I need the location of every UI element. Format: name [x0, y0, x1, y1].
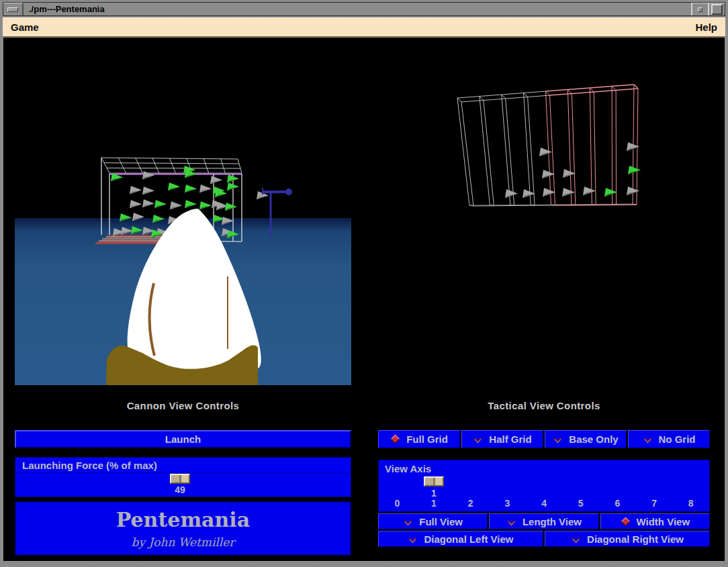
- branding-panel: Pentemania by John Wetmiller: [15, 501, 351, 556]
- radio-diagonal-left-view[interactable]: Diagonal Left View: [378, 531, 543, 547]
- radio-label: Base Only: [569, 433, 618, 445]
- radio-indicator-icon: [621, 517, 631, 527]
- radio-label: Width View: [637, 516, 690, 527]
- radio-indicator-icon: [643, 434, 653, 444]
- radio-diagonal-right-view[interactable]: Diagonal Right View: [545, 531, 710, 547]
- radio-label: Full View: [419, 516, 463, 527]
- view-axis-scale: 0 1 2 3 4 5 6 7 8: [379, 498, 709, 509]
- view-axis-label: View Axis: [379, 460, 709, 476]
- radio-indicator-icon: [390, 434, 400, 444]
- radio-label: Diagonal Left View: [424, 533, 513, 545]
- view-axis-value: 1: [419, 488, 449, 499]
- radio-indicator-icon: [408, 534, 418, 544]
- launch-force-panel: Launching Force (% of max) 49: [15, 457, 351, 497]
- cannon-section-title: Cannon View Controls: [15, 400, 351, 411]
- diagonal-view-radio-group: Diagonal Left View Diagonal Right View: [378, 531, 710, 547]
- menu-help[interactable]: Help: [695, 21, 717, 33]
- radio-indicator-icon: [403, 517, 413, 527]
- launch-force-slider-thumb[interactable]: [170, 474, 190, 484]
- main-content: Cannon View Controls Launch Launching Fo…: [3, 38, 725, 561]
- axis-tick: 4: [526, 498, 563, 509]
- minimize-icon: [698, 7, 702, 12]
- radio-base-only[interactable]: Base Only: [545, 430, 627, 448]
- radio-full-grid[interactable]: Full Grid: [378, 430, 460, 448]
- radio-full-view[interactable]: Full View: [378, 513, 488, 529]
- radio-label: Full Grid: [406, 433, 448, 445]
- axis-tick: 2: [452, 498, 489, 509]
- radio-half-grid[interactable]: Half Grid: [461, 430, 543, 448]
- axis-tick: 7: [636, 498, 673, 509]
- radio-length-view[interactable]: Length View: [489, 513, 598, 529]
- radio-label: Length View: [522, 516, 582, 527]
- radio-width-view[interactable]: Width View: [600, 513, 710, 529]
- menu-game[interactable]: Game: [11, 21, 39, 33]
- tactical-grid-slices: [457, 85, 638, 206]
- minimize-button[interactable]: [691, 3, 708, 15]
- window-title: ./pm---Pentemania: [24, 3, 691, 15]
- radio-label: Diagonal Right View: [587, 533, 684, 545]
- grid-mode-radio-group: Full Grid Half Grid Base Only No Grid: [378, 430, 710, 448]
- launch-force-label: Launching Force (% of max): [15, 458, 351, 473]
- window-menu-button[interactable]: [3, 3, 24, 15]
- axis-tick: 6: [599, 498, 636, 509]
- maximize-icon: [711, 4, 723, 15]
- cannon-viewport: [15, 40, 351, 385]
- window-menu-icon: [7, 7, 18, 12]
- axis-tick: 5: [562, 498, 599, 509]
- radio-label: No Grid: [659, 433, 696, 445]
- view-axis-panel: View Axis 1 0 1 2 3 4 5 6 7 8: [378, 460, 710, 512]
- launch-force-value: 49: [165, 484, 195, 495]
- tactical-markers: [505, 142, 641, 198]
- radio-indicator-icon: [506, 517, 516, 527]
- menu-bar: Game Help: [3, 17, 725, 37]
- tactical-viewport: [437, 77, 645, 211]
- maximize-button[interactable]: [708, 3, 725, 15]
- brand-title: Pentemania: [16, 508, 350, 531]
- tactical-section-title: Tactical View Controls: [378, 400, 710, 411]
- brand-byline: by John Wetmiller: [16, 535, 350, 549]
- radio-indicator-icon: [473, 434, 483, 444]
- view-mode-radio-group: Full View Length View Width View: [378, 513, 710, 529]
- radio-indicator-icon: [571, 534, 581, 544]
- axis-tick: 3: [489, 498, 526, 509]
- radio-no-grid[interactable]: No Grid: [628, 430, 710, 448]
- radio-indicator-icon: [553, 434, 563, 444]
- title-bar[interactable]: ./pm---Pentemania: [3, 2, 725, 16]
- axis-tick: 1: [416, 498, 453, 509]
- axis-tick: 8: [672, 498, 709, 509]
- radio-label: Half Grid: [489, 433, 531, 445]
- view-axis-slider-thumb[interactable]: [424, 476, 444, 486]
- app-window: ./pm---Pentemania Game Help: [0, 0, 728, 567]
- axis-tick: 0: [379, 498, 416, 509]
- launch-button[interactable]: Launch: [15, 430, 351, 448]
